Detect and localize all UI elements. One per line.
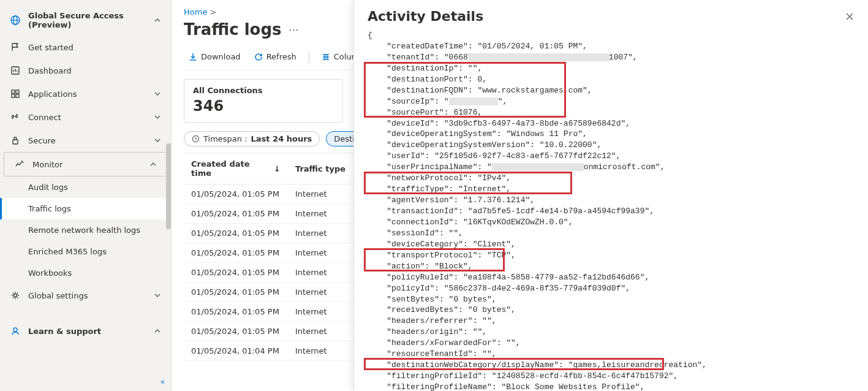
sidebar-item-secure[interactable]: Secure	[0, 129, 171, 152]
svg-point-10	[13, 328, 17, 332]
sidebar-item-enriched-m365[interactable]: Enriched M365 logs	[0, 241, 171, 262]
svg-rect-5	[16, 90, 19, 93]
download-icon	[189, 53, 197, 61]
svg-rect-8	[13, 140, 18, 144]
gear-icon	[10, 290, 21, 301]
chevron-up-icon	[154, 327, 161, 335]
chevron-down-icon	[154, 137, 161, 144]
stats-value: 346	[193, 97, 334, 115]
activity-details-panel: Activity Details { "createdDateTime": "0…	[353, 0, 868, 391]
apps-icon	[10, 88, 21, 99]
breadcrumb-home[interactable]: Home	[184, 7, 207, 17]
svg-point-9	[14, 294, 17, 297]
scrollbar[interactable]	[166, 143, 171, 229]
sidebar-item-globalsettings[interactable]: Global settings	[0, 284, 171, 307]
sidebar-item-remote-health[interactable]: Remote network health logs	[0, 219, 171, 241]
sort-down-icon: ↓	[274, 164, 281, 173]
stats-label: All Connections	[193, 86, 334, 95]
th-type[interactable]: Traffic type	[288, 153, 355, 184]
dashboard-icon	[10, 65, 21, 76]
chevron-down-icon	[154, 90, 161, 97]
lock-icon	[10, 135, 21, 146]
svg-rect-7	[16, 94, 19, 97]
sidebar-item-gsa[interactable]: Global Secure Access (Preview)	[0, 5, 171, 36]
svg-rect-4	[12, 90, 15, 93]
clock-icon	[192, 135, 200, 143]
sidebar-item-dashboard[interactable]: Dashboard	[0, 59, 171, 82]
globe-icon	[10, 15, 21, 26]
filter-timespan[interactable]: Timespan : Last 24 hours	[184, 131, 320, 146]
sidebar-item-learn-support[interactable]: Learn & support	[0, 319, 171, 343]
th-date[interactable]: Created date time ↓	[184, 153, 288, 184]
chevron-down-icon	[154, 292, 161, 299]
refresh-button[interactable]: Refresh	[249, 50, 301, 64]
sidebar-item-applications[interactable]: Applications	[0, 82, 171, 105]
collapse-sidebar-button[interactable]: «	[160, 378, 165, 386]
sidebar-item-auditlogs[interactable]: Audit logs	[0, 177, 171, 198]
sidebar-item-getstarted[interactable]: Get started	[0, 36, 171, 59]
chevron-down-icon	[154, 113, 161, 121]
svg-rect-6	[12, 94, 15, 97]
sidebar-item-monitor[interactable]: Monitor	[4, 152, 167, 177]
sidebar-item-workbooks[interactable]: Workbooks	[0, 262, 171, 284]
stats-card: All Connections 346	[184, 79, 343, 123]
page-title: Traffic logs	[184, 20, 282, 39]
chevron-up-icon	[149, 161, 157, 168]
sidebar-item-connect[interactable]: Connect	[0, 105, 171, 129]
connect-icon	[10, 112, 21, 123]
support-icon	[10, 325, 21, 336]
refresh-icon	[254, 53, 263, 61]
sidebar: Global Secure Access (Preview) Get start…	[0, 0, 172, 391]
close-button[interactable]	[845, 12, 855, 21]
columns-icon	[322, 53, 330, 61]
download-button[interactable]: Download	[184, 50, 246, 64]
panel-title: Activity Details	[368, 9, 483, 24]
json-body[interactable]: { "createdDateTime": "01/05/2024, 01:05 …	[354, 30, 868, 391]
monitor-icon	[14, 159, 25, 170]
sidebar-item-trafficlogs[interactable]: Traffic logs	[0, 198, 171, 219]
more-menu-button[interactable]: ⋯	[289, 24, 299, 36]
chevron-up-icon	[154, 17, 161, 24]
flag-icon	[10, 42, 21, 53]
